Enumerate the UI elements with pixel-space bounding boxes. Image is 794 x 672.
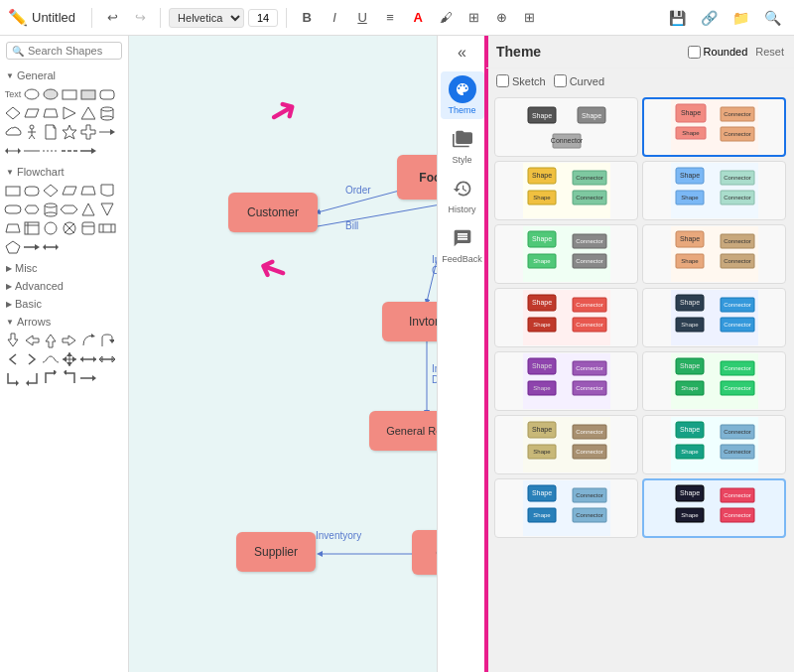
theme-card-12[interactable]: Shape Shape Connector Connector (642, 415, 786, 474)
text-color-button[interactable]: A (406, 6, 430, 30)
fc-arrow-r[interactable] (23, 238, 41, 256)
fc-circle[interactable] (42, 219, 60, 237)
share-button[interactable]: 🔗 (695, 4, 723, 32)
theme-card-2[interactable]: Shape Shape Connector Connector (642, 97, 786, 157)
theme-card-14[interactable]: Shape Shape Connector Connector (642, 478, 786, 538)
paint-button[interactable]: 🖌 (434, 6, 458, 30)
shape-line-dots[interactable] (42, 142, 60, 160)
collapse-panel-button[interactable]: « (441, 40, 484, 66)
arrow-rl[interactable] (98, 350, 116, 368)
shape-text[interactable]: Text (4, 85, 22, 103)
arrow-move[interactable] (61, 350, 78, 368)
curved-checkbox[interactable] (554, 74, 567, 87)
italic-button[interactable]: I (323, 6, 346, 30)
arrow-dl[interactable] (4, 369, 22, 387)
insert-button[interactable]: ⊕ (489, 6, 513, 30)
fc-diamond[interactable] (42, 182, 60, 200)
right-icon-style[interactable]: Style (441, 121, 484, 169)
bold-button[interactable]: B (295, 6, 319, 30)
theme-card-1[interactable]: Shape Shape Connector (494, 97, 638, 157)
node-order-inventory[interactable]: Order Inventroy (412, 530, 437, 575)
theme-card-5[interactable]: Shape Shape Connector Connector (494, 224, 638, 284)
font-size-input[interactable] (248, 9, 278, 27)
shape-rect[interactable] (61, 85, 78, 103)
underline-button[interactable]: U (350, 6, 374, 30)
shape-ellipse-outline[interactable] (23, 85, 41, 103)
theme-card-4[interactable]: Shape Shape Connector Connector (642, 161, 786, 220)
shape-arrow-end[interactable] (79, 142, 97, 160)
section-arrows-header[interactable]: ▼ Arrows (0, 312, 128, 330)
arrow-up[interactable] (42, 332, 60, 349)
app-title[interactable]: Untitled (32, 10, 75, 25)
shape-triangle-right[interactable] (61, 104, 78, 122)
fc-deco2[interactable] (98, 219, 116, 237)
arrow-chevron-r[interactable] (23, 350, 41, 368)
shape-triangle-up[interactable] (79, 104, 97, 122)
shape-person[interactable] (23, 123, 41, 141)
right-icon-feedback[interactable]: FeedBack (441, 220, 484, 268)
fc-trapezoid[interactable] (79, 182, 97, 200)
fc-triangle-up[interactable] (79, 201, 97, 218)
arrow-left[interactable] (23, 332, 41, 349)
fc-manual[interactable] (4, 219, 22, 237)
fc-parallelogram[interactable] (61, 182, 78, 200)
rounded-option[interactable]: Rounded (688, 46, 748, 59)
curved-option[interactable]: Curved (554, 74, 604, 87)
arrow-ur[interactable] (61, 369, 78, 387)
redo-button[interactable]: ↪ (128, 6, 152, 30)
shape-arrow-right[interactable] (98, 123, 116, 141)
fc-rect[interactable] (4, 182, 22, 200)
fc-deco1[interactable] (79, 219, 97, 237)
arrow-chevron-l[interactable] (4, 350, 22, 368)
theme-card-9[interactable]: Shape Shape Connector Connector (494, 351, 638, 411)
fc-internal-storage[interactable] (23, 219, 41, 237)
shape-trapezoid[interactable] (42, 104, 60, 122)
arrow-right2[interactable] (61, 332, 78, 349)
search-input[interactable] (28, 45, 116, 57)
arrow-uturn[interactable] (98, 332, 116, 349)
section-flowchart-header[interactable]: ▼ Flowchart (0, 162, 128, 180)
reset-button[interactable]: Reset (755, 46, 784, 58)
fc-terminator[interactable] (4, 201, 22, 218)
arrow-r3[interactable] (79, 369, 97, 387)
shape-star[interactable] (61, 123, 78, 141)
shape-diamond[interactable] (4, 104, 22, 122)
node-customer[interactable]: Customer (228, 193, 318, 232)
fc-display[interactable] (61, 201, 78, 218)
fc-triangle-down[interactable] (98, 201, 116, 218)
arrow-ul[interactable] (42, 369, 60, 387)
sketch-option[interactable]: Sketch (496, 74, 546, 87)
arrow-down[interactable] (4, 332, 22, 349)
format-button[interactable]: ⊞ (462, 6, 485, 30)
theme-card-3[interactable]: Shape Shape Connector Connector (494, 161, 638, 220)
theme-card-11[interactable]: Shape Shape Connector Connector (494, 415, 638, 474)
arrow-dr[interactable] (23, 369, 41, 387)
undo-button[interactable]: ↩ (100, 6, 124, 30)
section-basic-header[interactable]: ▶ Basic (0, 294, 128, 312)
arrow-s-right[interactable] (42, 350, 60, 368)
sketch-checkbox[interactable] (496, 74, 509, 87)
theme-card-8[interactable]: Shape Shape Connector Connector (642, 288, 786, 347)
shape-parallelogram[interactable] (23, 104, 41, 122)
canvas-area[interactable]: ➜ ➜ (129, 36, 437, 672)
theme-card-10[interactable]: Shape Shape Connector Connector (642, 351, 786, 411)
arrow-lr2[interactable] (79, 350, 97, 368)
fc-prep[interactable] (23, 201, 41, 218)
arrow-curved[interactable] (79, 332, 97, 349)
shape-rounded-rect[interactable] (98, 85, 116, 103)
section-advanced-header[interactable]: ▶ Advanced (0, 276, 128, 294)
theme-card-6[interactable]: Shape Shape Connector Connector (642, 224, 786, 284)
save-button[interactable]: 💾 (663, 4, 691, 32)
shape-line-dashes[interactable] (61, 142, 78, 160)
right-icon-theme[interactable]: Theme (441, 71, 484, 119)
section-general-header[interactable]: ▼ General (0, 66, 128, 83)
fc-rounded[interactable] (23, 182, 41, 200)
right-icon-history[interactable]: History (441, 171, 484, 218)
shape-doc[interactable] (42, 123, 60, 141)
node-inventory[interactable]: Invtory (382, 302, 437, 341)
shape-search-box[interactable]: 🔍 (6, 42, 122, 60)
shape-cross[interactable] (79, 123, 97, 141)
shape-cylinder[interactable] (98, 104, 116, 122)
table-button[interactable]: ⊞ (517, 6, 541, 30)
rounded-checkbox[interactable] (688, 46, 701, 59)
